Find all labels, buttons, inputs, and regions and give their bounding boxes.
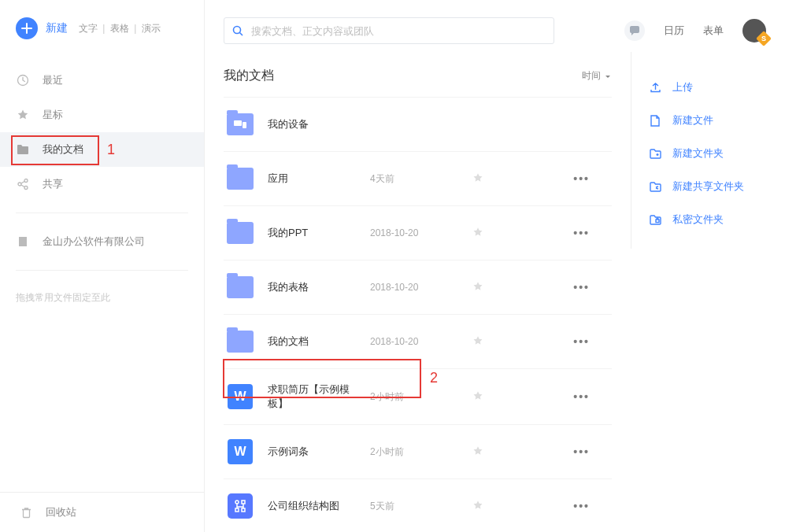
trash-icon [19,505,33,519]
new-label[interactable]: 新建 [46,21,68,35]
new-shared-folder-icon [649,180,661,193]
messages-button[interactable] [624,20,645,41]
trash-button[interactable]: 回收站 [0,492,204,532]
file-row[interactable]: 应用4天前••• [224,152,612,206]
file-time: 4天前 [370,172,457,186]
star-icon[interactable] [472,445,483,459]
svg-point-7 [235,501,239,504]
private-folder-icon [649,213,661,226]
forms-link[interactable]: 表单 [703,24,724,38]
more-button[interactable]: ••• [573,335,590,348]
search-input[interactable] [251,25,546,37]
file-name: 我的表格 [268,280,370,294]
sidebar-item-shared[interactable]: 共享 [0,167,204,201]
folder-icon [227,222,254,244]
file-list: 我的设备应用4天前•••我的PPT2018-10-20•••我的表格2018-1… [224,97,612,532]
plus-icon [21,23,32,34]
word-doc-icon: W [228,384,253,409]
file-row[interactable]: 我的文档2018-10-20••• [224,315,612,369]
avatar-badge: S [756,31,772,46]
file-name: 应用 [268,172,370,186]
search-icon [232,25,243,36]
right-panel: 上传新建文件新建文件夹新建共享文件夹私密文件夹 [631,52,785,249]
more-button[interactable]: ••• [573,500,590,512]
svg-rect-6 [243,122,246,128]
search-box[interactable] [224,17,554,44]
star-icon[interactable] [472,227,483,240]
file-row[interactable]: W求职简历【示例模板】2小时前••• [224,369,612,425]
sidebar: 新建 文字 | 表格 | 演示 最近 星标 [0,0,205,532]
right-panel-item[interactable]: 新建文件夹 [649,137,777,170]
sidebar-item-starred[interactable]: 星标 [0,98,204,132]
svg-point-4 [234,27,241,34]
sidebar-item-my-docs[interactable]: 我的文档 [0,132,204,167]
new-button[interactable] [16,17,38,39]
file-time: 2小时前 [370,445,457,459]
file-time: 2018-10-20 [370,282,457,293]
star-icon [16,108,30,122]
new-type-slide[interactable]: 演示 [142,23,161,34]
star-icon[interactable] [472,335,483,349]
right-panel-item[interactable]: 新建文件 [649,104,777,137]
folder-icon [16,142,30,157]
folder-icon [227,276,254,298]
file-name: 我的文档 [268,334,370,349]
sidebar-item-recent[interactable]: 最近 [0,63,204,98]
file-name: 我的PPT [268,226,370,240]
upload-icon [649,81,661,94]
file-row[interactable]: W示例词条2小时前••• [224,425,612,479]
file-time: 2018-10-20 [370,227,457,238]
more-button[interactable]: ••• [573,172,590,185]
new-type-text[interactable]: 文字 [79,23,98,34]
more-button[interactable]: ••• [573,281,590,294]
star-icon[interactable] [472,500,483,513]
file-row[interactable]: 我的设备 [224,97,612,152]
star-icon[interactable] [472,390,483,404]
more-button[interactable]: ••• [573,390,590,403]
file-row[interactable]: 我的PPT2018-10-20••• [224,206,612,260]
file-row[interactable]: 我的表格2018-10-20••• [224,260,612,315]
chevron-down-icon [604,72,612,80]
calendar-link[interactable]: 日历 [664,24,684,38]
new-type-sheet[interactable]: 表格 [110,23,129,34]
page-title: 我的文档 [224,68,274,84]
more-button[interactable]: ••• [573,227,590,239]
new-doc-row: 新建 文字 | 表格 | 演示 [0,17,204,58]
org-chart-icon [228,493,253,519]
more-button[interactable]: ••• [573,445,590,458]
folder-icon [227,331,254,353]
new-file-icon [649,114,661,127]
svg-rect-9 [235,508,239,512]
star-icon[interactable] [472,172,483,186]
svg-point-2 [18,183,21,186]
sidebar-item-org[interactable]: 金山办公软件有限公司 [0,224,204,259]
file-row[interactable]: 公司组织结构图5天前••• [224,479,612,532]
message-icon [629,25,640,36]
devices-folder-icon [227,113,254,135]
clock-icon [16,73,30,87]
file-name: 示例词条 [268,445,370,459]
drag-hint: 拖拽常用文件固定至此 [0,282,204,314]
share-icon [16,177,30,191]
main: 日历 表单 S 我的文档 时间 我的设备应用4天前•••我的PPT2018-10… [205,0,785,532]
avatar[interactable]: S [742,19,766,42]
sort-dropdown[interactable]: 时间 [582,69,612,83]
svg-rect-11 [656,220,659,223]
svg-rect-5 [234,120,242,126]
new-folder-icon [649,147,661,160]
svg-point-1 [24,179,28,183]
file-time: 2小时前 [370,390,457,404]
right-panel-item[interactable]: 新建共享文件夹 [649,170,777,203]
file-time: 2018-10-20 [370,336,457,347]
svg-point-3 [24,187,28,190]
file-time: 5天前 [370,500,457,513]
right-panel-item[interactable]: 上传 [649,71,777,104]
building-icon [16,235,30,249]
star-icon[interactable] [472,281,483,294]
folder-icon [227,168,254,190]
topbar: 日历 表单 S [205,0,785,52]
right-panel-item[interactable]: 私密文件夹 [649,203,777,236]
word-doc-icon: W [228,439,253,464]
new-type-links: 文字 | 表格 | 演示 [79,22,161,35]
svg-rect-8 [242,501,245,504]
